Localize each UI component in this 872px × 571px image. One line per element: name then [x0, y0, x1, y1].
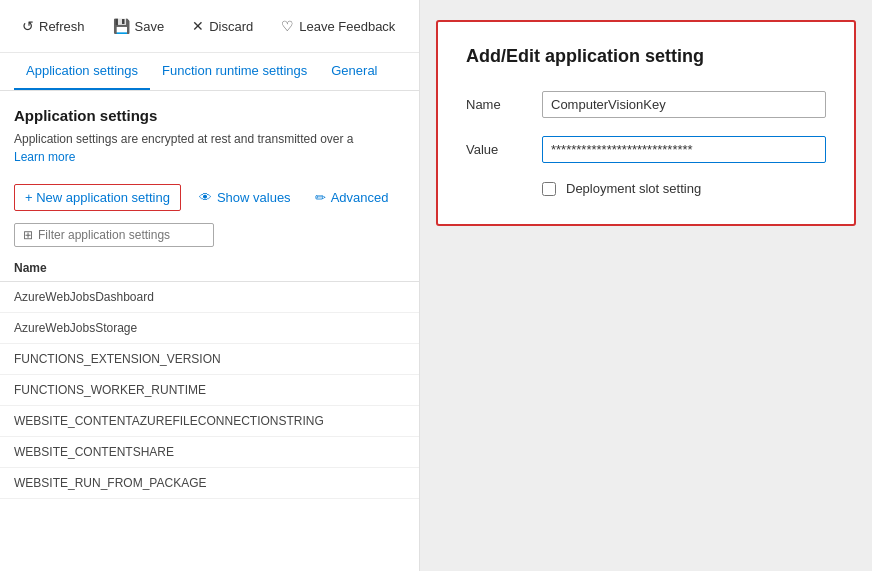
table-row[interactable]: AzureWebJobsDashboard: [0, 282, 419, 313]
save-icon: 💾: [113, 18, 130, 34]
value-label: Value: [466, 142, 526, 157]
table-body: AzureWebJobsDashboard AzureWebJobsStorag…: [0, 282, 419, 499]
name-input[interactable]: [542, 91, 826, 118]
table-row[interactable]: AzureWebJobsStorage: [0, 313, 419, 344]
table-row[interactable]: WEBSITE_RUN_FROM_PACKAGE: [0, 468, 419, 499]
table-row[interactable]: FUNCTIONS_WORKER_RUNTIME: [0, 375, 419, 406]
feedback-button[interactable]: ♡ Leave Feedback: [275, 14, 401, 38]
table-row[interactable]: WEBSITE_CONTENTSHARE: [0, 437, 419, 468]
pencil-icon: ✏: [315, 190, 326, 205]
discard-button[interactable]: ✕ Discard: [186, 14, 259, 38]
filter-wrap: ⊞: [14, 223, 214, 247]
tab-function-runtime[interactable]: Function runtime settings: [150, 53, 319, 90]
section-title: Application settings: [0, 91, 419, 130]
tab-general[interactable]: General: [319, 53, 389, 90]
heart-icon: ♡: [281, 18, 294, 34]
refresh-icon: ↺: [22, 18, 34, 34]
dialog-title: Add/Edit application setting: [466, 46, 826, 67]
filter-bar: ⊞: [0, 219, 419, 255]
value-input[interactable]: [542, 136, 826, 163]
refresh-button[interactable]: ↺ Refresh: [16, 14, 91, 38]
table-row[interactable]: WEBSITE_CONTENTAZUREFILECONNECTIONSTRING: [0, 406, 419, 437]
table-row[interactable]: FUNCTIONS_EXTENSION_VERSION: [0, 344, 419, 375]
refresh-label: Refresh: [39, 19, 85, 34]
feedback-label: Leave Feedback: [299, 19, 395, 34]
add-edit-dialog: Add/Edit application setting Name Value …: [436, 20, 856, 226]
filter-icon: ⊞: [23, 228, 33, 242]
filter-input[interactable]: [38, 228, 205, 242]
section-description: Application settings are encrypted at re…: [0, 130, 419, 150]
save-button[interactable]: 💾 Save: [107, 14, 171, 38]
action-bar: + New application setting 👁 Show values …: [0, 176, 419, 219]
value-field: Value: [466, 136, 826, 163]
discard-icon: ✕: [192, 18, 204, 34]
eye-icon: 👁: [199, 190, 212, 205]
save-label: Save: [135, 19, 165, 34]
deployment-slot-label: Deployment slot setting: [566, 181, 701, 196]
deployment-slot-row: Deployment slot setting: [542, 181, 826, 196]
new-application-setting-button[interactable]: + New application setting: [14, 184, 181, 211]
toolbar: ↺ Refresh 💾 Save ✕ Discard ♡ Leave Feedb…: [0, 0, 419, 53]
show-values-button[interactable]: 👁 Show values: [193, 185, 297, 210]
left-panel: ↺ Refresh 💾 Save ✕ Discard ♡ Leave Feedb…: [0, 0, 420, 571]
discard-label: Discard: [209, 19, 253, 34]
name-label: Name: [466, 97, 526, 112]
tabs-bar: Application settings Function runtime se…: [0, 53, 419, 91]
tab-app-settings[interactable]: Application settings: [14, 53, 150, 90]
name-field: Name: [466, 91, 826, 118]
dialog-overlay: Add/Edit application setting Name Value …: [420, 0, 872, 571]
table-header: Name: [0, 255, 419, 282]
advanced-button[interactable]: ✏ Advanced: [309, 185, 395, 210]
learn-more-link[interactable]: Learn more: [0, 150, 419, 176]
deployment-slot-checkbox[interactable]: [542, 182, 556, 196]
